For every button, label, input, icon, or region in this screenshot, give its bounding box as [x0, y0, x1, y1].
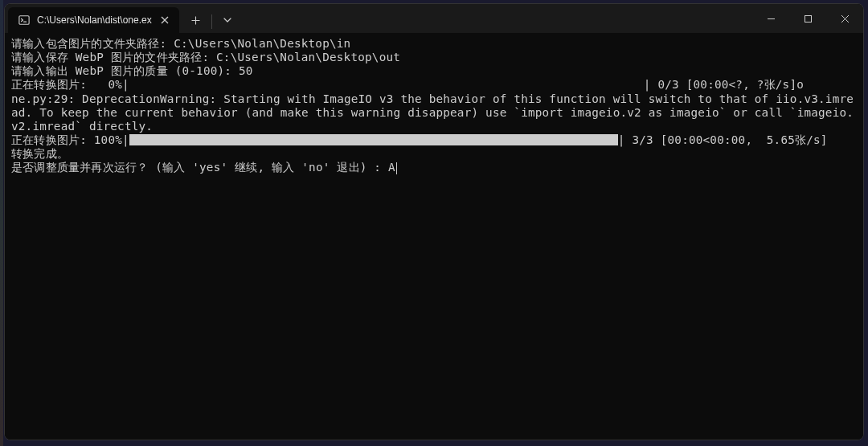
close-button[interactable] — [826, 4, 863, 33]
progress-full-suffix: | 3/3 [00:00<00:00, 5.65张/s] — [618, 133, 828, 147]
close-icon — [841, 14, 850, 23]
maximize-icon — [804, 14, 813, 23]
progress-full-prefix: 正在转换图片: 100%| — [11, 133, 129, 147]
titlebar[interactable]: C:\Users\Nolan\dist\one.ex — [5, 4, 863, 33]
svg-rect-0 — [19, 16, 29, 25]
conversion-done: 转换完成。 — [11, 147, 857, 161]
progress-zero-line: 正在转换图片: 0%|| 0/3 [00:00<?, ?张/s]o — [11, 78, 857, 92]
rerun-prompt: 是否调整质量并再次运行？ (输入 'yes' 继续, 输入 'no' 退出) :… — [11, 161, 395, 174]
prompt-quality: 请输入输出 WebP 图片的质量 (0-100): 50 — [11, 64, 857, 78]
window-controls — [752, 4, 863, 33]
tab-dropdown-button[interactable] — [215, 9, 240, 31]
chevron-down-icon — [223, 16, 231, 24]
deprecation-warning: ne.py:29: DeprecationWarning: Starting w… — [11, 92, 857, 133]
progress-full-bar — [129, 134, 618, 145]
tab-divider — [211, 14, 212, 29]
titlebar-drag-area[interactable] — [244, 4, 752, 33]
minimize-icon — [767, 14, 776, 23]
close-icon — [161, 16, 169, 24]
tab-active[interactable]: C:\Users\Nolan\dist\one.ex — [8, 7, 179, 33]
terminal-icon — [18, 14, 31, 27]
prompt-output-folder: 请输入保存 WebP 图片的文件夹路径: C:\Users\Nolan\Desk… — [11, 51, 857, 64]
tab-actions — [179, 4, 244, 33]
minimize-button[interactable] — [752, 4, 789, 33]
progress-zero-bar-empty — [129, 78, 644, 92]
plus-icon — [191, 16, 200, 25]
rerun-prompt-line: 是否调整质量并再次运行？ (输入 'yes' 继续, 输入 'no' 退出) :… — [11, 161, 857, 174]
maximize-button[interactable] — [789, 4, 826, 33]
new-tab-button[interactable] — [184, 9, 208, 31]
desktop-background-strip — [0, 0, 3, 446]
terminal-window: C:\Users\Nolan\dist\one.ex — [4, 3, 864, 440]
text-cursor — [396, 162, 397, 174]
tab-title: C:\Users\Nolan\dist\one.ex — [37, 14, 152, 26]
svg-rect-7 — [805, 15, 811, 22]
progress-zero-prefix: 正在转换图片: 0%| — [11, 78, 129, 92]
prompt-input-folder: 请输入包含图片的文件夹路径: C:\Users\Nolan\Desktop\in — [11, 37, 857, 51]
progress-full-line: 正在转换图片: 100%|| 3/3 [00:00<00:00, 5.65张/s… — [11, 133, 857, 147]
tab-close-button[interactable] — [158, 14, 171, 27]
terminal-body[interactable]: 请输入包含图片的文件夹路径: C:\Users\Nolan\Desktop\in… — [5, 33, 863, 440]
progress-zero-suffix: | 0/3 [00:00<?, ?张/s]o — [644, 78, 804, 92]
